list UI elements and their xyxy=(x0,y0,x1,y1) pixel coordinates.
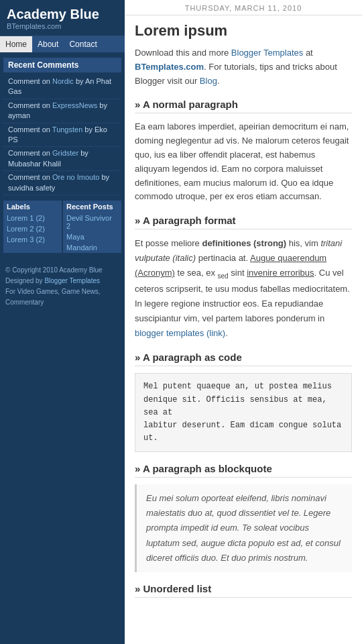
intro-link3[interactable]: Blog xyxy=(200,76,217,86)
comment-2-link[interactable]: ExpressNews xyxy=(52,101,97,109)
s2-strong: definitiones (strong) xyxy=(202,238,286,248)
sidebar: Academy Blue BTemplates.com Home About C… xyxy=(0,0,125,644)
main-content-area: THURSDAY, MARCH 11, 2010 Lorem ipsum Dow… xyxy=(125,0,362,644)
recent-comments-title: Recent Comments xyxy=(3,58,121,72)
sidebar-subtitle: BTemplates.com xyxy=(7,22,118,30)
post-intro: Download this and more Blogger Templates… xyxy=(135,46,352,88)
s2-link[interactable]: blogger templates (link) xyxy=(135,328,225,338)
footer-for: For Video Games, Game News, Commentary xyxy=(5,286,119,308)
intro-link1[interactable]: Blogger Templates xyxy=(231,48,303,58)
comment-3-link[interactable]: Tungsten xyxy=(52,125,82,133)
code-block: Mel putent quaeque an, ut postea melius … xyxy=(135,373,352,452)
intro-text2: at xyxy=(306,48,313,58)
s2-sub: sed xyxy=(218,272,229,280)
recent-posts-title: Recent Posts xyxy=(63,201,121,213)
section4-heading: » A paragraph as blockquote xyxy=(135,463,352,478)
label-3[interactable]: Lorem 3 (2) xyxy=(3,234,62,245)
nav-contact[interactable]: Contact xyxy=(64,36,102,52)
comment-5-link[interactable]: Ore no Imouto xyxy=(52,173,99,181)
intro-text1: Download this and more xyxy=(135,48,229,58)
post-1[interactable]: Devil Survivor 2 xyxy=(63,213,121,231)
footer-designed: Designed by Blogger Templates xyxy=(5,276,119,286)
nav-about[interactable]: About xyxy=(32,36,64,52)
comment-1-link[interactable]: Nordic xyxy=(52,77,74,85)
post-2[interactable]: Maya xyxy=(63,231,121,242)
footer-designed-link[interactable]: Blogger Templates xyxy=(44,277,100,284)
labels-posts-section: Labels Lorem 1 (2) Lorem 2 (2) Lorem 3 (… xyxy=(3,201,121,253)
section1-text: Ea eam labores imperdiet, apeirian democ… xyxy=(135,120,352,204)
section1-heading: » A normal paragraph xyxy=(135,99,352,113)
labels-col: Labels Lorem 1 (2) Lorem 2 (2) Lorem 3 (… xyxy=(3,201,62,253)
post-3[interactable]: Mandarin xyxy=(63,242,121,253)
comment-2: Comment on ExpressNews by ayman xyxy=(3,99,121,123)
sidebar-footer: © Copyright 2010 Academy Blue Designed b… xyxy=(0,260,125,313)
footer-copyright: © Copyright 2010 Academy Blue xyxy=(5,265,119,276)
section2-text: Et posse meliore definitiones (strong) h… xyxy=(135,236,352,341)
post-date: THURSDAY, MARCH 11, 2010 xyxy=(185,4,302,12)
sidebar-nav: Home About Contact xyxy=(0,36,125,52)
s2-text5: . xyxy=(225,328,228,338)
comment-3: Comment on Tungsten by Eko PS xyxy=(3,123,121,148)
section3-heading: » A paragraph as code xyxy=(135,352,352,366)
comment-4-link[interactable]: Gridster xyxy=(52,149,78,157)
section5-heading: » Unordered list xyxy=(135,583,352,598)
nav-home[interactable]: Home xyxy=(0,36,32,52)
s2-text1: Et posse meliore xyxy=(135,238,202,248)
comment-5: Comment on Ore no Imouto by suvidha safe… xyxy=(3,171,121,195)
labels-title: Labels xyxy=(3,201,62,213)
post-body: Lorem ipsum Download this and more Blogg… xyxy=(125,15,362,618)
sidebar-title: Academy Blue xyxy=(7,7,118,22)
recent-comments-section: Recent Comments Comment on Nordic by An … xyxy=(3,58,121,195)
sidebar-header: Academy Blue BTemplates.com xyxy=(0,0,125,36)
comment-4: Comment on Gridster by Mubashar Khalil xyxy=(3,147,121,171)
main-date-header: THURSDAY, MARCH 11, 2010 xyxy=(125,0,362,15)
section2-heading: » A paragraph format xyxy=(135,215,352,229)
intro-link2[interactable]: BTemplates.com xyxy=(135,62,204,72)
blockquote: Eu mei solum oporteat eleifend, libris n… xyxy=(135,484,352,572)
intro-text4: . xyxy=(217,76,220,86)
recent-posts-col: Recent Posts Devil Survivor 2 Maya Manda… xyxy=(63,201,121,253)
label-2[interactable]: Lorem 2 (2) xyxy=(3,223,62,234)
comment-1: Comment on Nordic by An Phat Gas xyxy=(3,75,121,99)
sidebar-subtitle-text: BTemplates.com xyxy=(7,22,61,30)
post-title: Lorem ipsum xyxy=(135,22,352,40)
s2-text2: his, vim xyxy=(286,238,320,248)
label-1[interactable]: Lorem 1 (2) xyxy=(3,213,62,223)
